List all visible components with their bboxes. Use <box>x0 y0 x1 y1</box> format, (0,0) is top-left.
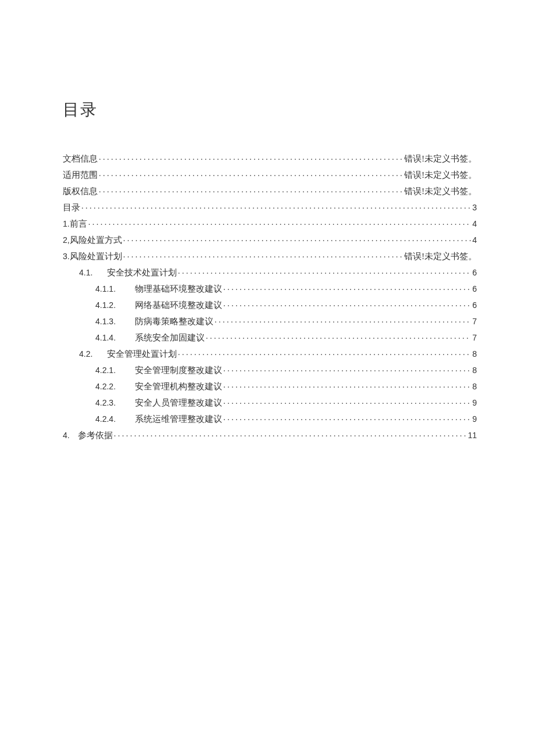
toc-leader-dots <box>215 316 471 324</box>
toc-entry-text: 防病毒策略整改建议 <box>135 317 213 326</box>
toc-entry-page: 9 <box>472 399 477 407</box>
toc-entry-text: 安全技术处置计划 <box>107 268 177 277</box>
toc-entry: 4.1.安全技术处置计划6 <box>63 267 477 277</box>
toc-entry-number: 4.1.4. <box>95 334 135 342</box>
toc-entry-number: 4.1. <box>79 268 107 277</box>
toc-entry-text: 物理基础环境整改建议 <box>135 285 222 293</box>
toc-entry-number: 1. <box>63 220 70 228</box>
toc-entry-text: 参考依据 <box>78 431 113 440</box>
toc-entry-page: 7 <box>472 334 477 342</box>
toc-entry-page: 6 <box>472 285 477 293</box>
toc-entry: 4.2.安全管理处置计划8 <box>63 349 477 359</box>
toc-entry-page-error: 错误!未定义书签。 <box>404 187 477 196</box>
toc-entry-page-error: 错误!未定义书签。 <box>404 171 477 180</box>
toc-leader-dots <box>223 300 471 308</box>
page-title: 目录 <box>63 99 477 121</box>
table-of-contents: 文档信息错误!未定义书签。适用范围错误!未定义书签。版权信息错误!未定义书签。目… <box>63 153 477 440</box>
toc-entry: 4.2.4.系统运维管理整改建议9 <box>63 414 477 424</box>
toc-entry-number: 4.2.3. <box>95 399 135 407</box>
toc-entry-page: 8 <box>472 382 477 390</box>
toc-entry-text: 前言 <box>70 220 87 228</box>
toc-leader-dots <box>81 202 471 210</box>
toc-entry-page-error: 错误!未定义书签。 <box>404 155 477 163</box>
toc-entry-page: 7 <box>472 317 477 325</box>
toc-leader-dots <box>223 397 471 406</box>
toc-entry-page: 9 <box>472 415 477 423</box>
toc-entry-number: 3. <box>63 252 70 260</box>
toc-entry: 4.1.3.防病毒策略整改建议7 <box>63 316 477 326</box>
toc-entry: 4.参考依据11 <box>63 430 477 440</box>
toc-entry-text: 网络基础环境整改建议 <box>135 301 222 310</box>
toc-entry: 4.2.3.安全人员管理整改建议9 <box>63 397 477 407</box>
toc-entry: 目录3 <box>63 202 477 212</box>
toc-entry-page: 11 <box>468 431 477 439</box>
toc-entry-number: 4.1.3. <box>95 317 135 325</box>
toc-entry-number: 4.1.2. <box>95 301 135 309</box>
toc-entry-page: 4 <box>472 236 477 244</box>
toc-entry: 4.2.2.安全管理机构整改建议8 <box>63 381 477 391</box>
toc-entry: 1.前言4 <box>63 218 477 228</box>
toc-entry-text: 适用范围 <box>63 171 98 180</box>
toc-leader-dots <box>223 414 471 422</box>
toc-entry-text: 版权信息 <box>63 187 98 196</box>
toc-leader-dots <box>223 365 471 373</box>
toc-entry-page: 6 <box>472 301 477 309</box>
toc-entry: 版权信息错误!未定义书签。 <box>63 186 477 196</box>
toc-entry-page: 8 <box>472 350 477 358</box>
toc-entry-number: 2, <box>63 236 70 244</box>
toc-entry: 2,风险处置方式4 <box>63 235 477 245</box>
toc-leader-dots <box>99 153 403 162</box>
toc-entry-number: 4.2. <box>79 350 107 358</box>
toc-leader-dots <box>88 218 472 227</box>
toc-entry-text: 系统运维管理整改建议 <box>135 415 222 424</box>
toc-leader-dots <box>123 235 472 243</box>
toc-leader-dots <box>223 284 471 292</box>
toc-entry-text: 安全管理处置计划 <box>107 350 177 359</box>
toc-entry-page: 4 <box>472 220 477 228</box>
toc-leader-dots <box>206 332 471 341</box>
toc-leader-dots <box>123 251 403 259</box>
toc-entry: 4.1.1.物理基础环境整改建议6 <box>63 284 477 293</box>
toc-entry: 3.风险处置计划错误!未定义书签。 <box>63 251 477 261</box>
toc-leader-dots <box>178 267 471 275</box>
toc-entry-page-error: 错误!未定义书签。 <box>404 252 477 261</box>
toc-entry: 4.2.1.安全管理制度整改建议8 <box>63 365 477 375</box>
toc-leader-dots <box>99 186 403 194</box>
toc-entry-text: 系统安全加固建议 <box>135 334 205 342</box>
toc-leader-dots <box>99 170 403 178</box>
toc-entry-text: 目录 <box>63 203 80 212</box>
toc-entry-text: 安全人员管理整改建议 <box>135 399 222 407</box>
toc-leader-dots <box>223 381 471 389</box>
toc-entry-number: 4.2.1. <box>95 366 135 374</box>
toc-entry-number: 4.1.1. <box>95 285 135 293</box>
toc-leader-dots <box>114 430 467 438</box>
toc-leader-dots <box>178 349 471 357</box>
toc-entry-number: 4. <box>63 431 70 439</box>
toc-entry-text: 安全管理机构整改建议 <box>135 382 222 391</box>
toc-entry: 适用范围错误!未定义书签。 <box>63 170 477 180</box>
toc-entry-number: 4.2.4. <box>95 415 135 423</box>
toc-entry: 4.1.2.网络基础环境整改建议6 <box>63 300 477 310</box>
toc-entry: 文档信息错误!未定义书签。 <box>63 153 477 163</box>
toc-entry-text: 风险处置方式 <box>70 236 122 245</box>
toc-entry-number: 4.2.2. <box>95 382 135 390</box>
toc-entry-page: 3 <box>472 203 477 212</box>
toc-entry-text: 风险处置计划 <box>70 252 122 261</box>
toc-entry-text: 安全管理制度整改建议 <box>135 366 222 375</box>
toc-entry-page: 6 <box>472 268 477 277</box>
toc-entry-text: 文档信息 <box>63 155 98 163</box>
toc-entry-page: 8 <box>472 366 477 374</box>
toc-entry: 4.1.4.系统安全加固建议7 <box>63 332 477 342</box>
